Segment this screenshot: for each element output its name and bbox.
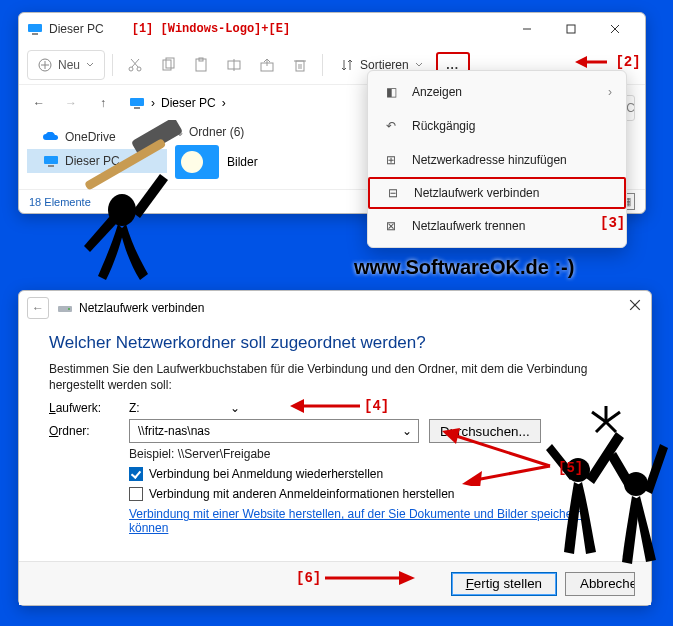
svg-line-45 (592, 412, 606, 422)
svg-rect-25 (48, 165, 54, 167)
minimize-button[interactable] (505, 15, 549, 43)
divider (322, 54, 323, 76)
new-label: Neu (58, 58, 80, 72)
network-address-icon: ⊞ (382, 153, 400, 167)
svg-line-47 (606, 412, 620, 422)
svg-point-9 (129, 67, 133, 71)
drive-select[interactable]: Z: ⌄ (129, 401, 240, 415)
back-button[interactable]: ← (25, 89, 53, 117)
svg-rect-1 (32, 33, 38, 35)
checkbox-checked-icon[interactable] (129, 467, 143, 481)
silhouette-hammer (60, 120, 190, 290)
chevron-right-icon: › (151, 96, 155, 110)
divider (112, 54, 113, 76)
dialog-close-button[interactable] (629, 299, 641, 314)
rename-icon[interactable] (219, 50, 249, 80)
chevron-down-icon[interactable]: ⌄ (402, 424, 412, 438)
paste-icon[interactable] (186, 50, 216, 80)
dialog-back-button[interactable]: ← (27, 297, 49, 319)
svg-point-10 (137, 67, 141, 71)
titlebar: Dieser PC [1] [Windows-Logo]+[E] (19, 13, 645, 45)
menu-item-disconnect-network-drive[interactable]: ⊠ Netzlaufwerk trennen (368, 209, 626, 243)
silhouette-highfive (540, 400, 670, 620)
disconnect-drive-icon: ⊠ (382, 219, 400, 233)
folder-input[interactable] (136, 423, 402, 439)
dialog-description: Bestimmen Sie den Laufwerkbuchstaben für… (49, 361, 621, 393)
annotation-1: [1] [Windows-Logo]+[E] (132, 22, 290, 36)
dialog-titlebar: ← Netzlaufwerk verbinden (19, 291, 651, 325)
folder-input-wrapper: ⌄ (129, 419, 419, 443)
svg-point-27 (68, 308, 70, 310)
maximize-button[interactable] (549, 15, 593, 43)
undo-icon: ↶ (382, 119, 400, 133)
menu-item-undo[interactable]: ↶ Rückgängig (368, 109, 626, 143)
delete-icon[interactable] (285, 50, 315, 80)
menu-item-add-network-address[interactable]: ⊞ Netzwerkadresse hinzufügen (368, 143, 626, 177)
browse-button[interactable]: Durchsuchen... (429, 419, 541, 443)
watermark-url: www.SoftwareOK.de :-) (354, 256, 574, 279)
dialog-title: Netzlaufwerk verbinden (79, 301, 204, 315)
forward-button[interactable]: → (57, 89, 85, 117)
map-drive-icon: ⊟ (384, 186, 402, 200)
window-title: Dieser PC (49, 22, 104, 36)
address-bar[interactable]: › Dieser PC › (121, 90, 234, 116)
svg-rect-24 (44, 156, 58, 164)
svg-line-49 (606, 422, 616, 432)
svg-rect-3 (567, 25, 575, 33)
display-icon: ◧ (382, 85, 400, 99)
breadcrumb[interactable]: Dieser PC (161, 96, 216, 110)
drive-label: Laufwerk: (49, 401, 129, 415)
folder-label: Ordner: (49, 424, 129, 438)
up-button[interactable]: ↑ (89, 89, 117, 117)
share-icon[interactable] (252, 50, 282, 80)
svg-rect-23 (134, 107, 140, 109)
new-button[interactable]: Neu (27, 50, 105, 80)
chevron-right-icon: › (222, 96, 226, 110)
more-options-menu: ◧ Anzeigen › ↶ Rückgängig ⊞ Netzwerkadre… (367, 70, 627, 248)
thispc-icon (27, 21, 43, 37)
dialog-heading: Welcher Netzwerkordner soll zugeordnet w… (49, 333, 621, 353)
chevron-right-icon: › (608, 85, 612, 99)
copy-icon[interactable] (153, 50, 183, 80)
menu-item-map-network-drive[interactable]: ⊟ Netzlaufwerk verbinden (368, 177, 626, 209)
close-button[interactable] (593, 15, 637, 43)
chevron-down-icon: ⌄ (230, 401, 240, 415)
svg-line-48 (596, 422, 606, 432)
drive-icon (57, 300, 73, 316)
svg-rect-18 (296, 61, 304, 71)
checkbox-icon[interactable] (129, 487, 143, 501)
svg-rect-22 (130, 98, 144, 106)
cut-icon[interactable] (120, 50, 150, 80)
menu-item-anzeigen[interactable]: ◧ Anzeigen › (368, 75, 626, 109)
svg-rect-0 (28, 24, 42, 32)
